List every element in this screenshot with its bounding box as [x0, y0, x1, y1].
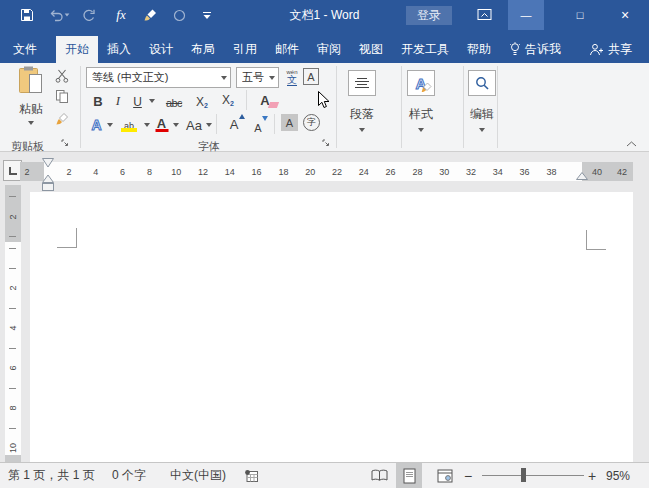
text-effects-dropdown-icon[interactable] [107, 123, 113, 127]
character-border-button[interactable]: A [303, 68, 319, 85]
shrink-font-button[interactable]: A [249, 115, 267, 135]
tab-layout[interactable]: 布局 [182, 36, 224, 63]
customize-quick-access-icon [202, 11, 212, 20]
person-plus-icon [589, 43, 604, 56]
print-layout-button[interactable] [396, 463, 422, 488]
styles-group-button[interactable]: A 样式 [393, 63, 449, 151]
strikethrough-button[interactable]: abc [162, 90, 186, 110]
web-layout-button[interactable] [432, 463, 458, 488]
customize-quick-access-button[interactable] [196, 5, 218, 25]
undo-dropdown-icon [64, 13, 69, 16]
cut-button[interactable] [52, 67, 72, 84]
font-size-combo[interactable]: 五号 [236, 67, 279, 88]
grow-font-button[interactable]: A [224, 113, 244, 133]
font-color-dropdown-icon[interactable] [173, 123, 179, 127]
ruler-number: 6 [8, 365, 18, 370]
undo-button[interactable] [46, 5, 72, 25]
font-size-dropdown-icon [269, 76, 275, 80]
ruler-number: 10 [8, 443, 18, 453]
function-icon: fx [116, 7, 125, 23]
change-case-dropdown-icon[interactable] [206, 123, 212, 127]
signin-button[interactable]: 登录 [406, 6, 452, 25]
copy-button[interactable] [52, 88, 72, 105]
enclose-characters-button[interactable]: 字 [303, 114, 320, 131]
language-indicator[interactable]: 中文(中国) [170, 463, 226, 488]
format-painter-quick-button[interactable] [140, 5, 162, 25]
collapse-ribbon-button[interactable] [622, 139, 640, 149]
tell-me-box[interactable]: 告诉我 [500, 36, 570, 63]
highlight-button[interactable]: ab [117, 112, 141, 132]
paragraph-group-button[interactable]: 段落 [334, 63, 390, 151]
horizontal-ruler[interactable]: 2 2468101214161820222426283032343638 404… [20, 162, 633, 181]
macro-record-button[interactable] [244, 463, 259, 488]
underline-dropdown-icon[interactable] [149, 99, 155, 103]
title-bar: fx 文档1 - Word 登录 — □ × [0, 0, 649, 30]
tab-home[interactable]: 开始 [56, 36, 98, 63]
clipboard-dialog-launcher[interactable] [60, 138, 71, 149]
ribbon-display-options-button[interactable] [477, 8, 492, 21]
font-dialog-launcher[interactable] [321, 138, 332, 149]
first-line-indent-marker[interactable] [43, 159, 54, 168]
copy-icon [55, 89, 69, 104]
subscript-button[interactable]: X2 [192, 90, 212, 110]
font-name-combo[interactable]: 等线 (中文正文) [86, 67, 231, 88]
paste-button[interactable]: 粘贴 [8, 65, 54, 129]
zoom-level[interactable]: 95% [606, 463, 630, 488]
ruler-tick [9, 196, 16, 197]
font-color-button[interactable]: A [153, 112, 170, 132]
tab-file[interactable]: 文件 [0, 36, 50, 63]
redo-button[interactable] [78, 5, 100, 25]
ruler-number: 42 [617, 167, 627, 177]
share-button[interactable]: 共享 [580, 36, 641, 63]
close-button[interactable]: × [607, 0, 643, 30]
zoom-slider-track[interactable] [482, 475, 584, 476]
tab-design[interactable]: 设计 [140, 36, 182, 63]
hanging-indent-marker[interactable] [43, 175, 54, 183]
zoom-in-button[interactable]: + [588, 463, 596, 488]
word-count[interactable]: 0 个字 [112, 463, 146, 488]
tab-mailings[interactable]: 邮件 [266, 36, 308, 63]
zoom-slider-handle[interactable] [521, 468, 526, 482]
custom-tool-button[interactable] [168, 5, 190, 25]
editing-group-button[interactable]: 编辑 [454, 63, 510, 151]
group-separator [497, 66, 498, 148]
phonetic-guide-button[interactable]: wén 文 [283, 66, 301, 88]
ruler-number: 2 [8, 285, 18, 290]
change-case-button[interactable]: Aa [183, 114, 205, 134]
text-effects-button[interactable]: A [88, 114, 105, 134]
superscript-button[interactable]: X2 [218, 88, 238, 108]
clear-formatting-button[interactable]: A [254, 89, 276, 109]
tab-insert[interactable]: 插入 [98, 36, 140, 63]
underline-button[interactable]: U [130, 90, 145, 110]
read-mode-button[interactable] [366, 463, 392, 488]
dialog-launcher-icon [322, 139, 331, 148]
font-color-bar [155, 129, 168, 132]
vertical-ruler[interactable]: 246810 2 [5, 185, 21, 462]
paragraph-group-label: 段落 [350, 106, 374, 123]
ruler-tick [9, 268, 16, 269]
tab-references[interactable]: 引用 [224, 36, 266, 63]
page-indicator[interactable]: 第 1 页，共 1 页 [8, 463, 95, 488]
document-page[interactable] [30, 192, 633, 462]
ruler-tick [9, 236, 16, 237]
save-button[interactable] [16, 5, 38, 25]
maximize-button[interactable]: □ [562, 0, 598, 30]
highlight-dropdown-icon[interactable] [144, 123, 150, 127]
character-shading-button[interactable]: A [281, 114, 298, 131]
left-indent-marker[interactable] [43, 184, 54, 191]
left-indent-markers[interactable] [42, 156, 55, 192]
minimize-button[interactable]: — [508, 0, 544, 30]
format-painter-button[interactable] [52, 110, 72, 128]
ruler-number: 8 [8, 405, 18, 410]
ribbon-tab-bar: 文件 开始 插入 设计 布局 引用 邮件 审阅 视图 开发工具 帮助 告诉我 共… [0, 30, 649, 63]
tab-developer[interactable]: 开发工具 [392, 36, 458, 63]
tab-review[interactable]: 审阅 [308, 36, 350, 63]
subscript-base: X [196, 95, 204, 109]
right-indent-marker[interactable] [576, 171, 589, 181]
zoom-out-button[interactable]: − [464, 463, 472, 488]
tab-help[interactable]: 帮助 [458, 36, 500, 63]
insert-function-button[interactable]: fx [110, 5, 132, 25]
italic-button[interactable]: I [111, 90, 125, 110]
bold-button[interactable]: B [90, 90, 106, 110]
tab-view[interactable]: 视图 [350, 36, 392, 63]
